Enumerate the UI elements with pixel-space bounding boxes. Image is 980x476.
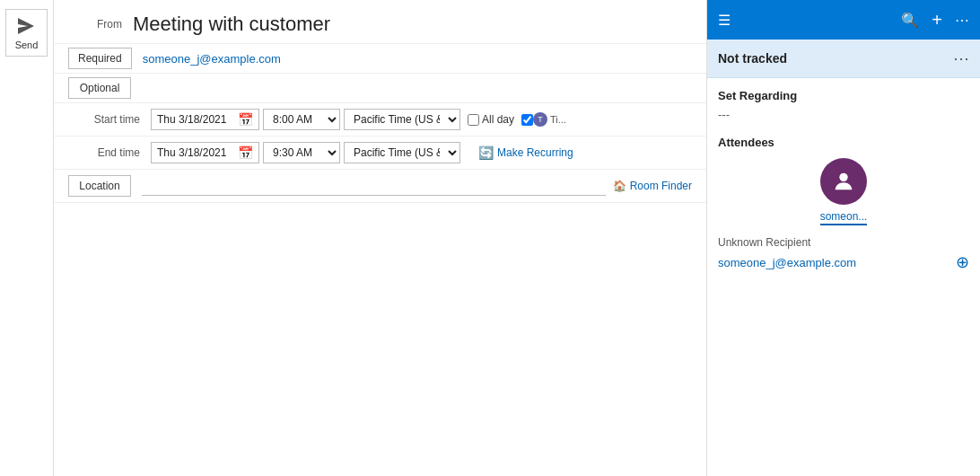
- recipient-email[interactable]: someone_j@example.com: [718, 256, 856, 269]
- right-header-actions: 🔍 + ⋯: [901, 10, 969, 31]
- start-time-select[interactable]: 8:00 AM 8:30 AM 9:00 AM 9:30 AM 10:00 AM: [263, 109, 340, 130]
- not-tracked-more-icon[interactable]: ⋯: [953, 48, 969, 68]
- room-finder-icon: 🏠: [613, 180, 626, 192]
- end-date-input-group: 📅: [151, 142, 259, 163]
- recurring-icon: 🔄: [478, 145, 494, 160]
- svg-marker-0: [18, 18, 34, 34]
- more-options-icon[interactable]: ⋯: [955, 12, 969, 29]
- right-header-icons: ☰: [718, 12, 731, 29]
- teams-icon: T: [533, 112, 547, 127]
- end-timezone-select[interactable]: Pacific Time (US & Cana... Eastern Time …: [344, 142, 460, 163]
- required-row: Required someone_j@example.com: [54, 44, 706, 74]
- optional-row: Optional: [54, 74, 706, 103]
- not-tracked-label: Not tracked: [718, 51, 787, 66]
- allday-label[interactable]: All day: [482, 113, 514, 126]
- required-email[interactable]: someone_j@example.com: [143, 52, 281, 66]
- attendee-avatar-area: someon...: [718, 158, 969, 225]
- recipient-row: someone_j@example.com ⊕: [718, 252, 969, 272]
- meeting-title-input[interactable]: [133, 13, 692, 36]
- start-calendar-icon[interactable]: 📅: [238, 112, 253, 127]
- svg-point-1: [839, 173, 847, 181]
- optional-button[interactable]: Optional: [68, 77, 131, 99]
- main-form: From Required someone_j@example.com Opti…: [54, 0, 706, 476]
- regarding-value: ---: [718, 108, 969, 121]
- required-button[interactable]: Required: [68, 48, 132, 69]
- right-panel-header: ☰ 🔍 + ⋯: [707, 0, 980, 40]
- end-date-input[interactable]: [157, 146, 238, 159]
- not-tracked-bar: Not tracked ⋯: [707, 40, 980, 78]
- make-recurring-button[interactable]: 🔄 Make Recurring: [478, 145, 573, 160]
- right-panel: ☰ 🔍 + ⋯ Not tracked ⋯ Set Regarding --- …: [706, 0, 980, 476]
- attendees-label: Attendees: [718, 136, 969, 149]
- teams-checkbox[interactable]: [521, 114, 533, 126]
- start-time-label: Start time: [68, 113, 140, 126]
- hamburger-icon[interactable]: ☰: [718, 12, 731, 29]
- add-icon[interactable]: +: [932, 10, 942, 31]
- start-date-input[interactable]: [157, 113, 238, 126]
- start-timezone-select[interactable]: Pacific Time (US & Cana... Eastern Time …: [344, 109, 460, 130]
- teams-label: Ti...: [550, 114, 566, 125]
- send-label: Send: [15, 40, 39, 50]
- title-row: From: [54, 0, 706, 44]
- allday-group: All day: [468, 113, 514, 126]
- allday-checkbox[interactable]: [468, 114, 479, 126]
- location-input[interactable]: [142, 177, 606, 196]
- end-time-row: End time 📅 9:00 AM 9:30 AM 10:00 AM 10:3…: [54, 137, 706, 170]
- recurring-label: Make Recurring: [497, 146, 573, 159]
- send-button[interactable]: Send: [5, 9, 48, 57]
- end-time-select[interactable]: 9:00 AM 9:30 AM 10:00 AM 10:30 AM: [263, 142, 340, 163]
- send-area: Send: [0, 0, 54, 476]
- start-time-row: Start time 📅 8:00 AM 8:30 AM 9:00 AM 9:3…: [54, 103, 706, 137]
- search-icon[interactable]: 🔍: [901, 12, 919, 29]
- location-button[interactable]: Location: [68, 175, 131, 197]
- end-time-label: End time: [68, 146, 140, 159]
- location-row: Location 🏠 Room Finder: [54, 170, 706, 203]
- set-regarding-label: Set Regarding: [718, 89, 969, 102]
- end-calendar-icon[interactable]: 📅: [238, 145, 253, 160]
- add-recipient-button[interactable]: ⊕: [956, 252, 969, 272]
- unknown-recipient-label: Unknown Recipient: [718, 236, 969, 249]
- from-label: From: [68, 18, 122, 31]
- right-panel-body: Set Regarding --- Attendees someon... Un…: [707, 78, 980, 476]
- room-finder-label: Room Finder: [630, 180, 692, 192]
- avatar[interactable]: [820, 158, 867, 205]
- avatar-name[interactable]: someon...: [820, 210, 868, 225]
- start-date-input-group: 📅: [151, 109, 259, 130]
- unknown-recipient-section: Unknown Recipient someone_j@example.com …: [718, 236, 969, 272]
- teams-icon-area: T Ti...: [521, 112, 566, 127]
- room-finder-button[interactable]: 🏠 Room Finder: [613, 180, 692, 192]
